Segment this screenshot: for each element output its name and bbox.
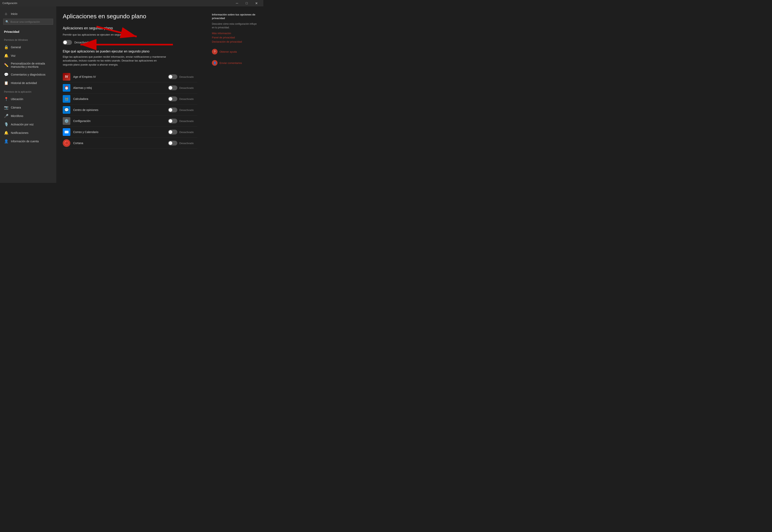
link-enviar-comentarios[interactable]: Enviar comentarios [220, 62, 242, 65]
info-panel-title: Información sobre tus opciones de privac… [212, 13, 259, 20]
sidebar-item-inicio[interactable]: ⌂ Inicio [0, 10, 56, 18]
app-status-settings: Desactivado [179, 120, 197, 123]
voice-activation-icon: 🎙️ [4, 122, 8, 127]
help-row-feedback: 👤 Enviar comentarios [212, 60, 259, 66]
main-toggle-row: Desactivado [63, 40, 197, 45]
help-icon: ? [212, 49, 218, 54]
search-icon: 🔍 [5, 20, 9, 23]
section1-desc: Permitir que las aplicaciones se ejecute… [63, 33, 183, 37]
mic-icon: 🎤 [4, 114, 8, 118]
app-row-calc: 🧮 Calculadora Desactivado [63, 93, 197, 105]
sidebar-item-voz[interactable]: 🔔 Voz [0, 51, 56, 60]
app-list: IV Age of Empires IV Desactivado ⏰ Alarm… [63, 71, 197, 149]
app-icon-aoe: IV [63, 73, 70, 81]
section1-title: Aplicaciones en segundo plano [63, 26, 197, 30]
app-icon-calc: 🧮 [63, 95, 70, 103]
app-row-cortana: ⭕ Cortana Desactivado [63, 138, 197, 149]
app-icon-alarms: ⏰ [63, 84, 70, 92]
location-icon: 📍 [4, 97, 8, 101]
app-toggle-feedback[interactable] [168, 108, 177, 112]
window-title: Configuración [2, 2, 17, 5]
app-body: ⌂ Inicio 🔍 Privacidad Permisos de Window… [0, 6, 263, 183]
home-icon: ⌂ [4, 12, 8, 16]
link-panel-privacidad[interactable]: Panel de privacidad [212, 36, 259, 39]
sidebar-item-comentarios[interactable]: 💬 Comentarios y diagnósticos [0, 70, 56, 79]
app-status-feedback: Desactivado [179, 109, 197, 112]
app-name-aoe: Age of Empires IV [73, 75, 165, 78]
app-toggle-calc[interactable] [168, 96, 177, 101]
toggle-knob [169, 130, 172, 134]
app-toggle-aoe[interactable] [168, 74, 177, 79]
sidebar: ⌂ Inicio 🔍 Privacidad Permisos de Window… [0, 6, 56, 183]
toggle-knob [169, 141, 172, 145]
maximize-button[interactable]: □ [242, 0, 251, 6]
section-header-windows: Permisos de Windows [0, 35, 56, 43]
app-toggle-alarms[interactable] [168, 85, 177, 90]
app-name-feedback: Centro de opiniones [73, 108, 165, 112]
app-row-mail: ✉️ Correo y Calendario Desactivado [63, 127, 197, 138]
voice-icon: 🔔 [4, 53, 8, 58]
app-name-alarms: Alarmas y reloj [73, 86, 165, 89]
app-row-alarms: ⏰ Alarmas y reloj Desactivado [63, 82, 197, 93]
sidebar-item-general[interactable]: 🔒 General [0, 43, 56, 51]
main-content: Aplicaciones en segundo plano Aplicacion… [56, 6, 207, 183]
sidebar-item-activacion[interactable]: 🎙️ Activación por voz [0, 120, 56, 129]
app-toggle-settings[interactable] [168, 119, 177, 123]
section2-desc: Elige las aplicaciones que pueden recibi… [63, 55, 167, 67]
toggle-knob [63, 41, 67, 44]
section-header-app: Permisos de la aplicación [0, 87, 56, 95]
link-mas-info[interactable]: Más información [212, 32, 259, 35]
app-name-mail: Correo y Calendario [73, 130, 165, 134]
toggle-knob [169, 108, 172, 112]
link-declaracion[interactable]: Declaración de privacidad [212, 40, 259, 43]
close-button[interactable]: ✕ [252, 0, 261, 6]
app-row-aoe: IV Age of Empires IV Desactivado [63, 71, 197, 82]
app-name-settings: Configuración [73, 119, 165, 123]
link-obtener-ayuda[interactable]: Obtener ayuda [220, 50, 237, 53]
pen-icon: ✏️ [4, 63, 8, 67]
search-box[interactable]: 🔍 [3, 19, 53, 25]
app-toggle-cortana[interactable] [168, 141, 177, 146]
app-status-aoe: Desactivado [179, 75, 197, 78]
help-row-ayuda: ? Obtener ayuda [212, 49, 259, 54]
app-icon-feedback: 💬 [63, 106, 70, 114]
app-name-calc: Calculadora [73, 97, 165, 100]
app-icon-settings: ⚙️ [63, 117, 70, 125]
page-title: Aplicaciones en segundo plano [63, 13, 197, 20]
lock-icon: 🔒 [4, 45, 8, 49]
app-name-cortana: Cortana [73, 141, 165, 145]
account-icon: 👤 [4, 139, 8, 144]
sidebar-item-microfono[interactable]: 🎤 Micrófono [0, 112, 56, 120]
toggle-knob [169, 86, 172, 90]
toggle-knob [169, 119, 172, 123]
feedback-help-icon: 👤 [212, 60, 218, 66]
main-background-toggle[interactable] [63, 40, 72, 45]
app-toggle-area-aoe: Desactivado [168, 74, 197, 79]
sidebar-item-ubicacion[interactable]: 📍 Ubicación [0, 95, 56, 103]
app-toggle-area-settings: Desactivado [168, 119, 197, 123]
app-status-cortana: Desactivado [179, 142, 197, 145]
history-icon: 📋 [4, 81, 8, 85]
sidebar-item-personalizacion[interactable]: ✏️ Personalización de entrada manuscrita… [0, 60, 56, 70]
minimize-button[interactable]: ─ [232, 0, 242, 6]
app-toggle-area-feedback: Desactivado [168, 108, 197, 112]
app-row-feedback: 💬 Centro de opiniones Desactivado [63, 105, 197, 116]
feedback-icon: 💬 [4, 72, 8, 77]
app-toggle-area-mail: Desactivado [168, 130, 197, 134]
sidebar-item-historial[interactable]: 📋 Historial de actividad [0, 79, 56, 87]
app-row-settings: ⚙️ Configuración Desactivado [63, 116, 197, 127]
app-status-calc: Desactivado [179, 97, 197, 100]
app-icon-cortana: ⭕ [63, 139, 70, 147]
notification-icon: 🔔 [4, 131, 8, 135]
section2-title: Elige qué aplicaciones se pueden ejecuta… [63, 50, 197, 53]
title-bar: Configuración ─ □ ✕ [0, 0, 263, 6]
sidebar-item-cuenta[interactable]: 👤 Información de cuenta [0, 137, 56, 146]
app-toggle-mail[interactable] [168, 130, 177, 134]
search-input[interactable] [10, 20, 51, 23]
toggle-knob [169, 97, 172, 101]
window-controls: ─ □ ✕ [232, 0, 261, 6]
right-panel: Información sobre tus opciones de privac… [207, 6, 263, 183]
sidebar-item-camara[interactable]: 📷 Cámara [0, 103, 56, 112]
active-section-label: Privacidad [0, 28, 56, 35]
sidebar-item-notificaciones[interactable]: 🔔 Notificaciones [0, 129, 56, 137]
